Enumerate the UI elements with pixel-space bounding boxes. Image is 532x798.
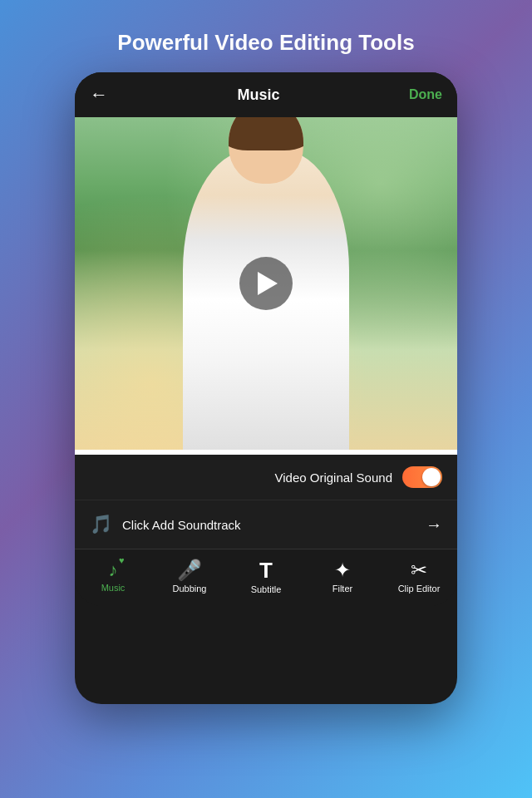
heart-icon: ♥ bbox=[119, 556, 125, 565]
scissors-icon: ✂ bbox=[411, 560, 427, 580]
tab-clip-editor[interactable]: ✂ Clip Editor bbox=[381, 549, 457, 606]
play-button[interactable] bbox=[239, 257, 293, 310]
text-icon: T bbox=[259, 559, 273, 581]
person-head bbox=[229, 117, 303, 184]
play-icon bbox=[258, 272, 278, 295]
back-button[interactable]: ← bbox=[90, 84, 108, 106]
arrow-right-icon: → bbox=[426, 515, 442, 534]
controls-area: Video Original Sound 🎵 Click Add Soundtr… bbox=[75, 455, 457, 549]
tab-music[interactable]: ♪♥ Music bbox=[75, 549, 151, 606]
tab-filter-label: Filter bbox=[332, 584, 352, 594]
phone-frame: ← Music Done Video Original Sound 🎵 bbox=[75, 72, 457, 704]
tab-clip-editor-label: Clip Editor bbox=[398, 584, 441, 594]
person-hair bbox=[229, 117, 303, 150]
tab-subtitle[interactable]: T Subtitle bbox=[228, 549, 304, 606]
add-soundtrack-row[interactable]: 🎵 Click Add Soundtrack → bbox=[75, 500, 457, 549]
filter-icon: ✦ bbox=[334, 560, 351, 580]
music-add-icon: 🎵 bbox=[90, 514, 112, 535]
tab-dubbing[interactable]: 🎤 Dubbing bbox=[151, 549, 228, 606]
tab-filter[interactable]: ✦ Filter bbox=[304, 549, 381, 606]
music-icon: ♪♥ bbox=[109, 561, 118, 579]
tab-dubbing-label: Dubbing bbox=[173, 584, 207, 594]
toggle-knob bbox=[422, 468, 441, 486]
tab-music-label: Music bbox=[101, 583, 126, 593]
soundtrack-label: Click Add Soundtrack bbox=[122, 518, 416, 532]
sound-toggle[interactable] bbox=[402, 466, 442, 488]
done-button[interactable]: Done bbox=[409, 87, 442, 102]
video-player bbox=[75, 117, 457, 450]
sound-row: Video Original Sound bbox=[75, 455, 457, 500]
bottom-tabs: ♪♥ Music 🎤 Dubbing T Subtitle ✦ Filter ✂… bbox=[75, 549, 457, 606]
microphone-icon: 🎤 bbox=[177, 560, 202, 580]
tab-subtitle-label: Subtitle bbox=[251, 584, 282, 594]
top-bar: ← Music Done bbox=[75, 72, 457, 117]
header-title: Music bbox=[237, 86, 279, 104]
page-title: Powerful Video Editing Tools bbox=[101, 30, 431, 56]
sound-label: Video Original Sound bbox=[275, 470, 393, 485]
